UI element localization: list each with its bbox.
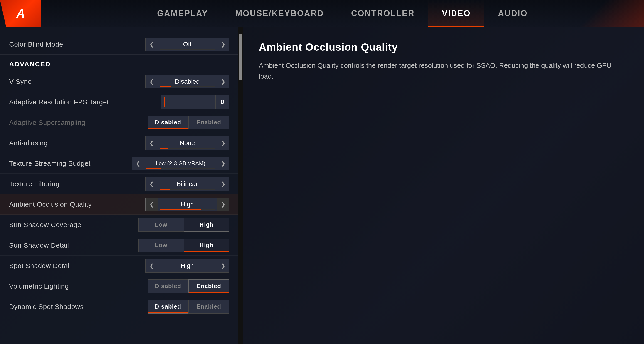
setting-row-adaptive-supersampling: Adaptive Supersampling Disabled Enabled bbox=[0, 112, 238, 133]
volumetric-lighting-control: Disabled Enabled bbox=[148, 279, 229, 293]
dynamic-spot-shadows-label: Dynamic Spot Shadows bbox=[9, 303, 148, 311]
texture-filtering-label: Texture Filtering bbox=[9, 180, 145, 188]
texture-filtering-next-btn[interactable]: ❯ bbox=[217, 177, 229, 191]
anti-aliasing-prev-btn[interactable]: ❮ bbox=[145, 136, 158, 150]
logo: A bbox=[0, 0, 41, 27]
texture-streaming-next-btn[interactable]: ❯ bbox=[217, 157, 229, 170]
color-blind-next-btn[interactable]: ❯ bbox=[217, 38, 229, 51]
info-panel: Ambient Occlusion Quality Ambient Occlus… bbox=[243, 27, 644, 344]
vsync-value: Disabled bbox=[158, 75, 217, 88]
texture-streaming-label: Texture Streaming Budget bbox=[9, 160, 132, 167]
tab-gameplay[interactable]: GAMEPLAY bbox=[144, 0, 222, 27]
sun-shadow-detail-control: Low High bbox=[138, 239, 229, 252]
spot-shadow-detail-next-btn[interactable]: ❯ bbox=[217, 259, 229, 273]
adaptive-supersampling-label: Adaptive Supersampling bbox=[9, 119, 148, 126]
setting-row-sun-shadow-coverage: Sun Shadow Coverage Low High bbox=[0, 215, 238, 235]
dynamic-spot-shadows-disabled-btn[interactable]: Disabled bbox=[148, 300, 188, 313]
sun-shadow-coverage-control: Low High bbox=[138, 218, 229, 232]
spot-shadow-detail-bar bbox=[160, 271, 214, 271]
anti-aliasing-bar bbox=[160, 148, 214, 149]
setting-row-dynamic-spot-shadows: Dynamic Spot Shadows Disabled Enabled bbox=[0, 296, 238, 317]
setting-row-color-blind: Color Blind Mode ❮ Off ❯ bbox=[0, 34, 238, 55]
ambient-occlusion-next-btn[interactable]: ❯ bbox=[217, 198, 229, 211]
vsync-selector: ❮ Disabled ❯ bbox=[145, 75, 229, 88]
tab-video[interactable]: VIDEO bbox=[428, 0, 484, 27]
setting-row-vsync: V-Sync ❮ Disabled ❯ bbox=[0, 71, 238, 92]
setting-row-volumetric-lighting: Volumetric Lighting Disabled Enabled bbox=[0, 276, 238, 296]
red-accent-decoration bbox=[508, 0, 644, 27]
color-blind-value: Off bbox=[158, 38, 217, 51]
dynamic-spot-shadows-enabled-btn[interactable]: Enabled bbox=[188, 300, 229, 313]
sun-shadow-detail-high-btn[interactable]: High bbox=[184, 239, 229, 252]
scrollbar[interactable] bbox=[238, 27, 243, 344]
adaptive-res-control: 0 bbox=[161, 95, 229, 109]
anti-aliasing-label: Anti-aliasing bbox=[9, 139, 145, 147]
fps-cursor bbox=[164, 97, 165, 107]
volumetric-lighting-label: Volumetric Lighting bbox=[9, 282, 148, 290]
color-blind-prev-btn[interactable]: ❮ bbox=[145, 38, 158, 51]
logo-text: A bbox=[16, 7, 24, 20]
vsync-label: V-Sync bbox=[9, 78, 145, 85]
scrollbar-thumb[interactable] bbox=[239, 34, 242, 80]
color-blind-selector: ❮ Off ❯ bbox=[145, 38, 229, 51]
volumetric-lighting-enabled-btn[interactable]: Enabled bbox=[188, 279, 229, 293]
setting-row-texture-filtering: Texture Filtering ❮ Bilinear ❯ bbox=[0, 174, 238, 194]
vsync-next-btn[interactable]: ❯ bbox=[217, 75, 229, 88]
texture-streaming-value: Low (2-3 GB VRAM) bbox=[144, 157, 217, 170]
color-blind-bar bbox=[160, 49, 214, 50]
texture-filtering-value: Bilinear bbox=[158, 177, 217, 191]
dynamic-spot-shadows-control: Disabled Enabled bbox=[148, 300, 229, 313]
sun-shadow-coverage-label: Sun Shadow Coverage bbox=[9, 221, 138, 229]
texture-filtering-bar bbox=[160, 189, 214, 190]
info-title: Ambient Occlusion Quality bbox=[259, 41, 628, 53]
sun-shadow-detail-label: Sun Shadow Detail bbox=[9, 241, 138, 249]
ambient-occlusion-label: Ambient Occlusion Quality bbox=[9, 201, 145, 208]
tab-controller[interactable]: CONTROLLER bbox=[338, 0, 428, 27]
setting-row-sun-shadow-detail: Sun Shadow Detail Low High bbox=[0, 235, 238, 256]
tab-mouse-keyboard[interactable]: MOUSE/KEYBOARD bbox=[222, 0, 338, 27]
ambient-occlusion-bar bbox=[160, 209, 214, 210]
sun-shadow-detail-low-btn[interactable]: Low bbox=[138, 239, 184, 252]
fps-value: 0 bbox=[216, 95, 229, 109]
texture-streaming-prev-btn[interactable]: ❮ bbox=[132, 157, 144, 170]
vsync-bar bbox=[160, 86, 214, 87]
info-description: Ambient Occlusion Quality controls the r… bbox=[259, 60, 628, 82]
anti-aliasing-next-btn[interactable]: ❯ bbox=[217, 136, 229, 150]
fps-bar[interactable] bbox=[161, 95, 216, 109]
texture-streaming-selector: ❮ Low (2-3 GB VRAM) ❯ bbox=[132, 157, 229, 170]
setting-row-spot-shadow-detail: Spot Shadow Detail ❮ High ❯ bbox=[0, 256, 238, 276]
setting-row-anti-aliasing: Anti-aliasing ❮ None ❯ bbox=[0, 133, 238, 153]
section-header-advanced: ADVANCED bbox=[0, 55, 238, 71]
anti-aliasing-value: None bbox=[158, 136, 217, 150]
spot-shadow-detail-label: Spot Shadow Detail bbox=[9, 262, 145, 270]
color-blind-label: Color Blind Mode bbox=[9, 41, 145, 48]
sun-shadow-coverage-high-btn[interactable]: High bbox=[184, 218, 229, 232]
anti-aliasing-selector: ❮ None ❯ bbox=[145, 136, 229, 150]
adaptive-supersampling-enabled-btn[interactable]: Enabled bbox=[188, 116, 229, 129]
spot-shadow-detail-prev-btn[interactable]: ❮ bbox=[145, 259, 158, 273]
spot-shadow-detail-value: High bbox=[158, 259, 217, 273]
spot-shadow-detail-selector: ❮ High ❯ bbox=[145, 259, 229, 273]
top-navigation: A GAMEPLAY MOUSE/KEYBOARD CONTROLLER VID… bbox=[0, 0, 644, 27]
volumetric-lighting-disabled-btn[interactable]: Disabled bbox=[148, 279, 188, 293]
sun-shadow-coverage-low-btn[interactable]: Low bbox=[138, 218, 184, 232]
setting-row-texture-streaming: Texture Streaming Budget ❮ Low (2-3 GB V… bbox=[0, 153, 238, 174]
adaptive-supersampling-disabled-btn[interactable]: Disabled bbox=[148, 116, 188, 129]
setting-row-adaptive-res: Adaptive Resolution FPS Target 0 bbox=[0, 92, 238, 112]
texture-filtering-prev-btn[interactable]: ❮ bbox=[145, 177, 158, 191]
setting-row-ambient-occlusion: Ambient Occlusion Quality ❮ High ❯ bbox=[0, 194, 238, 215]
texture-filtering-selector: ❮ Bilinear ❯ bbox=[145, 177, 229, 191]
ambient-occlusion-prev-btn[interactable]: ❮ bbox=[145, 198, 158, 211]
vsync-prev-btn[interactable]: ❮ bbox=[145, 75, 158, 88]
main-content: Color Blind Mode ❮ Off ❯ ADVANCED V-Sync… bbox=[0, 27, 644, 344]
adaptive-res-label: Adaptive Resolution FPS Target bbox=[9, 98, 161, 106]
adaptive-supersampling-control: Disabled Enabled bbox=[148, 116, 229, 129]
texture-streaming-bar bbox=[146, 168, 214, 169]
settings-panel: Color Blind Mode ❮ Off ❯ ADVANCED V-Sync… bbox=[0, 27, 238, 344]
ambient-occlusion-value: High bbox=[158, 198, 217, 211]
ambient-occlusion-selector: ❮ High ❯ bbox=[145, 198, 229, 211]
